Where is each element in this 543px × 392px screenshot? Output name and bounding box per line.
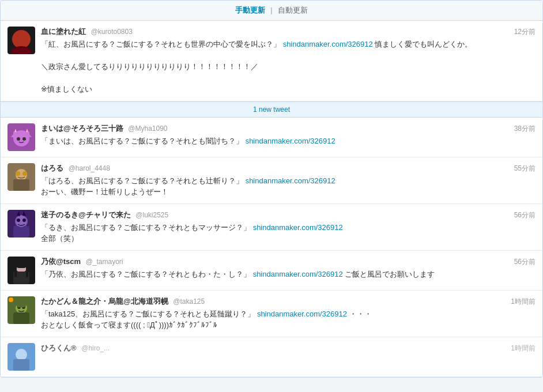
tweet-link[interactable]: shindanmaker.com/326912 xyxy=(246,137,335,145)
tweet-link[interactable]: shindanmaker.com/326912 xyxy=(253,270,343,278)
tweet-time: 56分前 xyxy=(514,210,536,220)
tweet-body: 迷子のるき@チャリで来た @luki2525 56分前 「るき、お風呂にする？ご… xyxy=(41,210,536,244)
tweet-username: 血に塗れた紅 @kuroto0803 xyxy=(41,27,133,37)
svg-rect-33 xyxy=(16,261,27,268)
tweet-content: 「るき、お風呂にする？ご飯にする？それともマッサージ？」 shindanmake… xyxy=(41,222,536,244)
tweet-time: 1時間前 xyxy=(511,344,536,353)
tweet-header: 迷子のるき@チャリで来た @luki2525 56分前 xyxy=(41,210,536,220)
tweet-header: まいは@そろそろ三十路 @Myha1090 38分前 xyxy=(41,123,536,134)
new-tweet-label: 1 new tweet xyxy=(253,105,290,114)
svg-rect-39 xyxy=(16,301,27,307)
tweet-header: 乃依@tscm @_tamayori 56分前 xyxy=(41,257,536,267)
avatar xyxy=(7,27,35,54)
tweet-row: たかどん＆龍之介・烏龍@北海道羽幌 @taka125 1時間前 「taka125… xyxy=(1,291,542,337)
tweet-time: 1時間前 xyxy=(511,297,536,307)
tweet-content: 「乃依、お風呂にする？ご飯にする？それともわ・た・し？」 shindanmake… xyxy=(41,269,536,280)
tweet-header: ひろくん® @hiro_... 1時間前 xyxy=(41,343,536,353)
svg-point-17 xyxy=(22,171,27,176)
avatar xyxy=(7,296,35,324)
tweet-header: 血に塗れた紅 @kuroto0803 12分前 xyxy=(41,27,536,37)
tweet-username: 迷子のるき@チャリで来た @luki2525 xyxy=(41,210,168,220)
tweet-row: 迷子のるき@チャリで来た @luki2525 56分前 「るき、お風呂にする？ご… xyxy=(1,204,542,251)
svg-rect-15 xyxy=(13,179,29,191)
timeline-container: 手動更新 | 自動更新 血に塗れた紅 @kuroto0803 12分前 「紅、お… xyxy=(0,0,543,378)
tweet-row: 乃依@tscm @_tamayori 56分前 「乃依、お風呂にする？ご飯にする… xyxy=(1,251,542,291)
svg-point-22 xyxy=(17,218,20,222)
tweet-content: 「taka125、お風呂にする？ご飯にする？それとも延髄蹴り？」 shindan… xyxy=(41,308,536,331)
svg-point-1 xyxy=(12,30,31,48)
svg-point-16 xyxy=(16,171,20,176)
tweet-content: 「はろる、お風呂にする？ご飯にする？それとも辻斬り？」 shindanmaker… xyxy=(41,175,536,198)
tweet-content: 「紅、お風呂にする？ご飯にする？それとも世界の中心で愛を叫ぶ？」 shindan… xyxy=(41,39,536,95)
tweet-time: 55分前 xyxy=(514,164,536,174)
svg-rect-20 xyxy=(13,226,29,238)
avatar xyxy=(7,257,35,284)
tweet-time: 38分前 xyxy=(514,124,536,134)
tweet-body: まいは@そろそろ三十路 @Myha1090 38分前 「まいは、お風呂にする？ご… xyxy=(41,123,536,151)
tweet-content: 「まいは、お風呂にする？ご飯にする？それとも闇討ち？」 shindanmaker… xyxy=(41,135,536,147)
tweet-username: たかどん＆龍之介・烏龍@北海道羽幌 @taka125 xyxy=(41,296,205,307)
tweet-body: 血に塗れた紅 @kuroto0803 12分前 「紅、お風呂にする？ご飯にする？… xyxy=(41,27,536,95)
svg-point-8 xyxy=(22,137,26,141)
tweet-link[interactable]: shindanmaker.com/326912 xyxy=(253,223,343,232)
tweet-link[interactable]: shindanmaker.com/326912 xyxy=(283,40,373,48)
tweet-username: まいは@そろそろ三十路 @Myha1090 xyxy=(41,123,168,134)
tweet-row: 血に塗れた紅 @kuroto0803 12分前 「紅、お風呂にする？ご飯にする？… xyxy=(1,21,542,101)
tweet-header: たかどん＆龍之介・烏龍@北海道羽幌 @taka125 1時間前 xyxy=(41,296,536,307)
svg-rect-42 xyxy=(13,359,29,371)
svg-rect-10 xyxy=(25,131,29,137)
header-bar: 手動更新 | 自動更新 xyxy=(1,1,542,21)
svg-point-41 xyxy=(16,349,27,360)
svg-rect-9 xyxy=(13,131,18,137)
avatar xyxy=(7,163,35,191)
tweet-link[interactable]: shindanmaker.com/326912 xyxy=(257,310,347,318)
auto-update-link[interactable]: 自動更新 xyxy=(278,6,308,14)
notify-dot xyxy=(9,297,13,302)
new-tweet-bar[interactable]: 1 new tweet xyxy=(1,101,542,118)
separator: | xyxy=(270,6,272,14)
svg-point-23 xyxy=(22,218,26,222)
tweet-body: はろる @harol_4448 55分前 「はろる、お風呂にする？ご飯にする？そ… xyxy=(41,163,536,198)
avatar xyxy=(7,343,35,371)
tweet-username: ひろくん® @hiro_... xyxy=(41,343,110,353)
tweet-time: 56分前 xyxy=(514,257,536,267)
avatar xyxy=(7,210,35,238)
avatar xyxy=(7,123,35,151)
tweet-row: はろる @harol_4448 55分前 「はろる、お風呂にする？ご飯にする？そ… xyxy=(1,157,542,204)
tweet-header: はろる @harol_4448 55分前 xyxy=(41,163,536,174)
tweet-row: ひろくん® @hiro_... 1時間前 xyxy=(1,337,542,377)
tweet-body: たかどん＆龍之介・烏龍@北海道羽幌 @taka125 1時間前 「taka125… xyxy=(41,296,536,331)
tweet-time: 12分前 xyxy=(514,27,536,37)
tweet-body: 乃依@tscm @_tamayori 56分前 「乃依、お風呂にする？ご飯にする… xyxy=(41,257,536,284)
manual-update-link[interactable]: 手動更新 xyxy=(235,6,265,14)
tweet-username: はろる @harol_4448 xyxy=(41,163,110,174)
tweet-row: まいは@そろそろ三十路 @Myha1090 38分前 「まいは、お風呂にする？ご… xyxy=(1,118,542,157)
svg-rect-36 xyxy=(13,312,29,324)
tweet-username: 乃依@tscm @_tamayori xyxy=(41,257,123,267)
tweet-link[interactable]: shindanmaker.com/326912 xyxy=(246,176,335,185)
tweet-body: ひろくん® @hiro_... 1時間前 xyxy=(41,343,536,371)
svg-point-7 xyxy=(17,137,20,141)
